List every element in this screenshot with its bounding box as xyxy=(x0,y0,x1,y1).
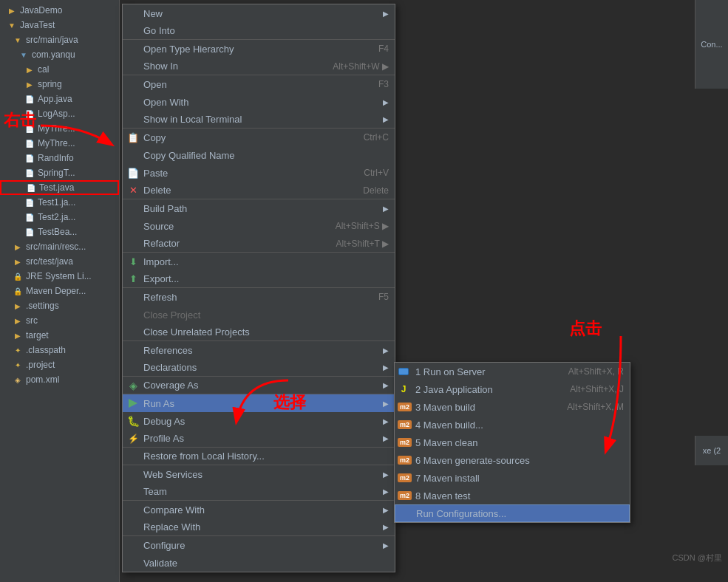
tree-item-cal[interactable]: ▶ cal xyxy=(0,62,119,77)
right-panel-label2: xe (2 xyxy=(703,446,721,455)
menu-label: Delete xyxy=(143,185,171,196)
menu-item-refresh[interactable]: Refresh F5 xyxy=(123,288,395,306)
menu-item-export[interactable]: ⬆ Export... xyxy=(123,270,395,288)
class-icon: 📄 xyxy=(24,211,35,223)
folder-icon: ▶ xyxy=(12,315,24,326)
menu-label: Source xyxy=(143,221,174,232)
menu-item-declarations[interactable]: Declarations ▶ xyxy=(123,359,395,377)
tree-item-testbea[interactable]: 📄 TestBea... xyxy=(0,225,119,239)
menu-item-source[interactable]: Source Alt+Shift+S ▶ xyxy=(123,217,395,235)
m2-badge: m2 xyxy=(398,473,412,482)
submenu-arrow: ▶ xyxy=(383,205,389,213)
menu-label: Export... xyxy=(143,273,179,284)
submenu-item-maven-install[interactable]: m2 7 Maven install xyxy=(395,469,630,487)
file-icon: ✦ xyxy=(12,359,24,371)
menu-item-open[interactable]: Open F3 xyxy=(123,75,395,93)
folder-icon: ▶ xyxy=(12,300,24,312)
menu-item-open-type-hier[interactable]: Open Type Hierarchy F4 xyxy=(123,40,395,58)
tree-label: src/test/java xyxy=(26,256,73,267)
tree-label: SpringT... xyxy=(38,168,75,178)
menu-item-configure[interactable]: Configure ▶ xyxy=(123,536,395,554)
lib-icon: 🔒 xyxy=(12,270,24,282)
tree-item-srcmainjava[interactable]: ▼ src/main/java xyxy=(0,32,119,47)
tree-item-pomxml[interactable]: ◈ pom.xml xyxy=(0,372,119,387)
menu-item-copy[interactable]: 📋 Copy Ctrl+C xyxy=(123,129,395,146)
tree-item-srctestjava[interactable]: ▶ src/test/java xyxy=(0,254,119,269)
coverage-icon: ◈ xyxy=(127,380,139,391)
menu-item-compare-with[interactable]: Compare With ▶ xyxy=(123,501,395,518)
menu-item-show-in[interactable]: Show In Alt+Shift+W ▶ xyxy=(123,58,395,75)
folder-icon: ▶ xyxy=(24,64,35,75)
shortcut: F5 xyxy=(378,292,389,302)
tree-item-javademo[interactable]: ▶ JavaDemo xyxy=(0,3,119,18)
tree-label: src xyxy=(26,315,38,326)
tree-item-maven-dep[interactable]: 🔒 Maven Deper... xyxy=(0,284,119,298)
menu-item-close-unrelated[interactable]: Close Unrelated Projects xyxy=(123,323,395,341)
menu-item-replace-with[interactable]: Replace With ▶ xyxy=(123,518,395,536)
tree-label: src/main/resc... xyxy=(26,242,86,252)
tree-item-target[interactable]: ▶ target xyxy=(0,328,119,343)
file-icon: ✦ xyxy=(12,344,24,356)
project-tree: ▶ JavaDemo ▼ JavaTest ▼ src/main/java ▼ … xyxy=(0,0,120,582)
menu-item-delete[interactable]: ✕ Delete Delete xyxy=(123,182,395,199)
tree-label: target xyxy=(26,330,49,340)
menu-item-show-terminal[interactable]: Show in Local Terminal ▶ xyxy=(123,111,395,129)
tree-item-test1[interactable]: 📄 Test1.ja... xyxy=(0,195,119,210)
menu-label: Restore from Local History... xyxy=(143,451,265,462)
menu-item-validate[interactable]: Validate xyxy=(123,554,395,572)
submenu-item-run-configs[interactable]: Run Configurations... xyxy=(395,504,630,522)
tree-item-test2[interactable]: 📄 Test2.ja... xyxy=(0,210,119,225)
menu-item-close-project[interactable]: Close Project xyxy=(123,306,395,323)
tree-item-srcmainresc[interactable]: ▶ src/main/resc... xyxy=(0,239,119,254)
submenu-arrow: ▶ xyxy=(383,470,389,479)
tree-label: .classpath xyxy=(26,345,66,355)
tree-label: JavaDemo xyxy=(20,5,62,16)
class-icon: 📄 xyxy=(24,93,35,105)
tree-item-springt[interactable]: 📄 SpringT... xyxy=(0,165,119,180)
context-menu: New ▶ Go Into Open Type Hierarchy F4 Sho… xyxy=(122,4,395,572)
menu-item-restore-history[interactable]: Restore from Local History... xyxy=(123,448,395,465)
arrow-click xyxy=(584,332,658,465)
tree-item-src[interactable]: ▶ src xyxy=(0,313,119,328)
menu-item-references[interactable]: References ▶ xyxy=(123,341,395,359)
tree-item-spring[interactable]: ▶ spring xyxy=(0,77,119,92)
menu-item-paste[interactable]: 📄 Paste Ctrl+V xyxy=(123,164,395,182)
submenu-arrow: ▶ xyxy=(383,417,389,425)
submenu-arrow: ▶ xyxy=(383,506,389,514)
menu-item-open-with[interactable]: Open With ▶ xyxy=(123,93,395,111)
tree-item-jre[interactable]: 🔒 JRE System Li... xyxy=(0,269,119,284)
profile-icon: ⚡ xyxy=(127,433,139,445)
tree-item-classpath[interactable]: ✦ .classpath xyxy=(0,343,119,357)
menu-item-build-path[interactable]: Build Path ▶ xyxy=(123,199,395,217)
submenu-item-maven-test[interactable]: m2 8 Maven test xyxy=(395,487,630,504)
tree-item-testjava[interactable]: 📄 Test.java xyxy=(0,180,119,195)
menu-label: Web Services xyxy=(143,469,203,480)
menu-item-go-into[interactable]: Go Into xyxy=(123,22,395,40)
lib-icon: 🔒 xyxy=(12,285,24,297)
menu-item-copy-qualified[interactable]: Copy Qualified Name xyxy=(123,146,395,164)
tree-item-appjava[interactable]: 📄 App.java xyxy=(0,92,119,106)
menu-item-team[interactable]: Team ▶ xyxy=(123,483,395,501)
menu-item-web-services[interactable]: Web Services ▶ xyxy=(123,465,395,483)
menu-item-import[interactable]: ⬇ Import... xyxy=(123,253,395,270)
menu-label-new: New xyxy=(143,8,163,19)
folder-icon: ▶ xyxy=(12,329,24,341)
import-icon: ⬇ xyxy=(127,256,139,267)
class-icon: 📄 xyxy=(24,167,35,179)
tree-item-package[interactable]: ▼ com.yanqu xyxy=(0,47,119,62)
tree-item-settings[interactable]: ▶ .settings xyxy=(0,298,119,313)
menu-label: Paste xyxy=(143,168,168,179)
tree-label: pom.xml xyxy=(26,374,59,385)
tree-item-project[interactable]: ✦ .project xyxy=(0,357,119,372)
folder-icon: ▼ xyxy=(6,19,18,31)
tree-label: src/main/java xyxy=(26,35,78,45)
menu-label: Validate xyxy=(143,558,177,569)
menu-item-new[interactable]: New ▶ xyxy=(123,4,395,22)
tree-item-javatest[interactable]: ▼ JavaTest xyxy=(0,18,119,32)
menu-label: Refactor xyxy=(143,238,180,249)
folder-icon: ▼ xyxy=(12,34,24,46)
menu-label: Open xyxy=(143,79,167,90)
m2-badge: m2 xyxy=(398,403,412,411)
m2-badge: m2 xyxy=(398,438,412,447)
menu-item-refactor[interactable]: Refactor Alt+Shift+T ▶ xyxy=(123,235,395,253)
